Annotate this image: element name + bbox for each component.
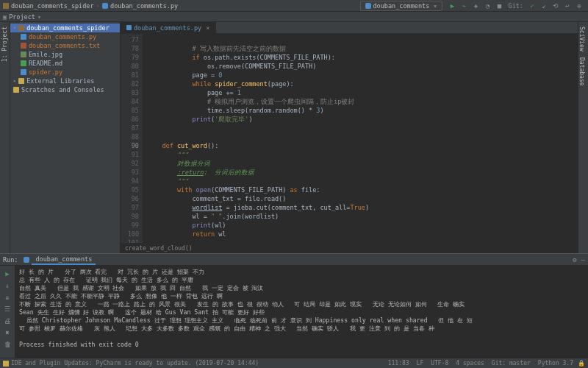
python-icon: [24, 257, 29, 263]
python-icon: [365, 3, 371, 9]
tool-sciview[interactable]: SciView: [578, 26, 585, 52]
stop-button[interactable]: ■: [495, 1, 504, 10]
left-tool-rail: 1: Project: [0, 22, 10, 253]
project-header-row: ▣ Project ▾: [0, 12, 588, 22]
run-panel-label: Run:: [3, 256, 18, 263]
py-icon: [21, 69, 26, 75]
img-icon: [21, 52, 26, 57]
code-text[interactable]: # 写入数据前先清空之前的数据 if os.path.exists(COMMEN…: [143, 34, 578, 243]
tree-item[interactable]: Emile.jpg: [10, 50, 120, 59]
code-breadcrumb[interactable]: create_word_cloud(): [121, 243, 578, 253]
console-output[interactable]: 好 长 的 片 分了 两次 看完 对 冗长 的 片 还是 招架 不力总 有些 人…: [15, 266, 588, 358]
tree-item[interactable]: README.md: [10, 59, 120, 68]
close-button[interactable]: ✖: [3, 328, 12, 337]
down-button[interactable]: ↓: [3, 281, 12, 290]
minimize-icon[interactable]: —: [581, 256, 585, 263]
tree-item[interactable]: spider.py: [10, 68, 120, 77]
md-icon: [21, 60, 26, 66]
lib-icon: [18, 78, 24, 84]
wrap-button[interactable]: ☰: [3, 305, 12, 314]
search-everywhere-icon[interactable]: ⊕: [575, 1, 584, 10]
py-icon: [21, 34, 26, 40]
print-button[interactable]: 🖨: [3, 316, 12, 325]
stack-button[interactable]: ⇊: [3, 293, 12, 302]
project-title: Project: [9, 13, 35, 21]
hammer-icon[interactable]: [3, 361, 9, 367]
tree-item[interactable]: Scratches and Consoles: [10, 85, 120, 94]
run-button[interactable]: ▶: [448, 1, 457, 10]
rerun-button[interactable]: ▶: [3, 269, 12, 278]
git-revert-icon[interactable]: ↩: [563, 1, 572, 10]
folder-icon: [3, 3, 9, 9]
tree-item[interactable]: douban_comments.txt: [10, 41, 120, 50]
run-tab[interactable]: douban_comments: [32, 255, 96, 265]
run-config-selector[interactable]: douban_comments ▾: [360, 1, 442, 11]
git-check-icon[interactable]: ✓: [528, 1, 537, 10]
tool-database[interactable]: Database: [578, 57, 585, 86]
git-label: Git:: [509, 2, 523, 10]
tool-project[interactable]: 1: Project: [1, 26, 8, 62]
status-chunks: 111:83LFUTF-84 spacesGit: masterPython 3…: [381, 360, 573, 367]
gutter: 7778798081828384858687889091929394959697…: [121, 34, 143, 243]
run-controls: ▶ ↓ ⇊ ☰ 🖨 ✖ 🗑: [0, 266, 15, 358]
lock-icon: 🔒: [578, 360, 585, 367]
editor-tabs: douban_comments.py×: [121, 22, 578, 34]
git-update-icon[interactable]: ↙: [539, 1, 548, 10]
tree-item[interactable]: ▾douban_comments_spider: [10, 24, 120, 32]
python-icon: [102, 3, 108, 9]
coverage-button[interactable]: ◈: [472, 1, 481, 10]
debug-button[interactable]: ⌁: [460, 1, 469, 10]
git-history-icon[interactable]: ⟲: [551, 1, 560, 10]
clear-button[interactable]: 🗑: [3, 340, 12, 349]
tree-item[interactable]: douban_comments.py: [10, 32, 120, 41]
profile-button[interactable]: ◔: [484, 1, 492, 10]
gear-icon[interactable]: ⚙: [573, 256, 576, 263]
folder-icon: [18, 25, 24, 31]
run-panel: Run: douban_comments ⚙ — ▶ ↓ ⇊ ☰ 🖨 ✖ 🗑 好…: [0, 253, 588, 358]
editor-tab[interactable]: douban_comments.py×: [121, 22, 216, 33]
txt-icon: [21, 43, 26, 49]
right-tool-rail: SciView Database: [578, 22, 588, 253]
editor-area: douban_comments.py× 77787980818283848586…: [121, 22, 578, 253]
breadcrumb-project: douban_comments_spider: [11, 2, 94, 10]
tree-item[interactable]: ▸External Libraries: [10, 77, 120, 85]
breadcrumb-file: douban_comments.py: [110, 2, 178, 10]
status-message: IDE and Plugin Updates: PyCharm is ready…: [11, 360, 259, 367]
python-icon: [126, 25, 132, 30]
breadcrumb-bar: douban_comments_spider › douban_comments…: [0, 0, 588, 12]
project-panel: ▾douban_comments_spiderdouban_comments.p…: [10, 22, 121, 253]
status-bar: IDE and Plugin Updates: PyCharm is ready…: [0, 358, 588, 368]
lib-icon: [13, 87, 19, 93]
